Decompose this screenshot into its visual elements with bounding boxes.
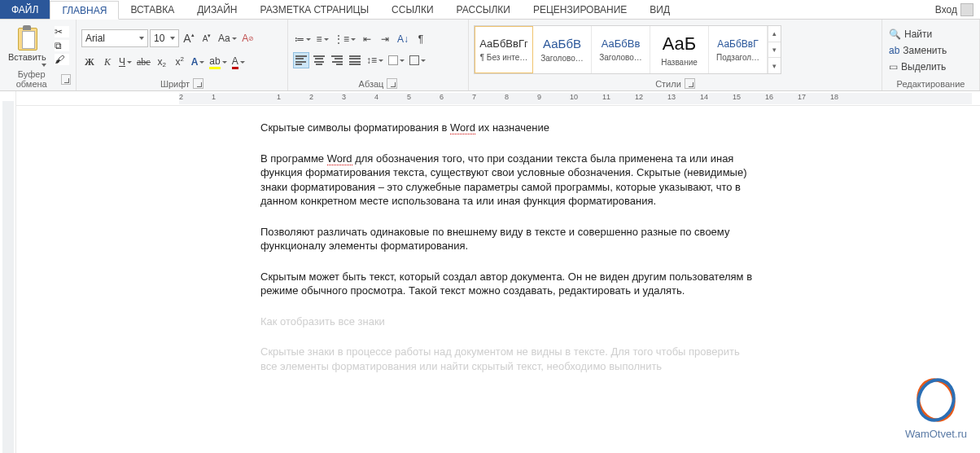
highlight-button[interactable]: ab (208, 54, 228, 70)
tab-mailings[interactable]: РАССЫЛКИ (445, 0, 522, 19)
style-preview: АаБбВв (602, 37, 641, 50)
superscript-button[interactable]: x2 (172, 54, 188, 70)
tab-insert[interactable]: ВСТАВКА (119, 0, 186, 19)
decrease-indent-button[interactable]: ⇤ (359, 31, 375, 47)
style-title[interactable]: АаБ Название (650, 26, 709, 73)
text-effects-button[interactable]: A (190, 54, 207, 70)
shrink-font-button[interactable]: A▾ (199, 30, 215, 46)
login-link[interactable]: Вход (929, 0, 980, 19)
replace-icon: ab (889, 45, 899, 56)
group-styles-label: Стили (655, 79, 681, 89)
align-center-button[interactable] (311, 52, 327, 68)
cut-button[interactable]: ✂ (55, 26, 69, 37)
dialog-launcher-icon[interactable] (387, 78, 397, 89)
group-editing-label: Редактирование (897, 79, 965, 89)
group-clipboard-label: Буфер обмена (5, 69, 58, 89)
tab-view[interactable]: ВИД (638, 0, 681, 19)
styles-expand[interactable]: ▾ (768, 58, 781, 73)
borders-button[interactable] (408, 52, 427, 68)
doc-title: Скрытые символы форматирования в Word их… (260, 121, 757, 135)
style-name: Подзагол… (709, 53, 767, 62)
select-button[interactable]: ▭Выделить (887, 60, 951, 73)
justify-button[interactable] (347, 52, 363, 68)
bold-button[interactable]: Ж (81, 54, 98, 70)
bullets-button[interactable]: ≔ (293, 31, 313, 47)
group-paragraph: ≔ ≡ ⋮≡ ⇤ ⇥ A↓ ¶ ↕≡ Абзац (288, 20, 469, 90)
underline-button[interactable]: Ч (117, 54, 133, 70)
tab-home[interactable]: ГЛАВНАЯ (50, 1, 119, 20)
sort-button[interactable]: A↓ (395, 31, 411, 47)
style-name: Название (650, 58, 708, 67)
change-case-button[interactable]: Aa (217, 30, 238, 46)
login-label: Вход (935, 4, 957, 15)
styles-scroll-up[interactable]: ▴ (768, 26, 781, 42)
tab-references[interactable]: ССЫЛКИ (380, 0, 444, 19)
style-preview: АаБбВвГг (479, 37, 527, 50)
style-heading1[interactable]: АаБбВ Заголово… (533, 26, 592, 73)
ribbon: Вставить ✂ ⧉ 🖌 Буфер обмена Arial 10 A▴ … (0, 20, 980, 91)
styles-gallery: АаБбВвГг ¶ Без инте… АаБбВ Заголово… АаБ… (474, 25, 781, 74)
font-size-select[interactable]: 10 (150, 29, 179, 47)
multilevel-button[interactable]: ⋮≡ (332, 31, 357, 47)
paste-icon (15, 24, 38, 51)
shading-button[interactable] (387, 52, 406, 68)
group-font: Arial 10 A▴ A▾ Aa A⊘ Ж К Ч abc x2 x2 A a… (77, 20, 288, 90)
chevron-down-icon (42, 64, 46, 67)
tab-page-layout[interactable]: РАЗМЕТКА СТРАНИЦЫ (249, 0, 381, 19)
watermark-text: WamOtvet.ru (905, 428, 967, 440)
increase-indent-button[interactable]: ⇥ (377, 31, 393, 47)
dialog-launcher-icon[interactable] (193, 78, 203, 89)
menu-tabs: ФАЙЛ ГЛАВНАЯ ВСТАВКА ДИЗАЙН РАЗМЕТКА СТР… (0, 0, 980, 20)
page-scroll[interactable]: Скрытые символы форматирования в Word их… (16, 106, 980, 453)
doc-paragraph: Позволяют различать одинаковые по внешне… (260, 225, 757, 253)
document-area: 21123456789101112131415161718 Скрытые си… (0, 91, 980, 453)
dialog-launcher-icon[interactable] (61, 74, 71, 85)
tab-review[interactable]: РЕЦЕНЗИРОВАНИЕ (522, 0, 638, 19)
grow-font-button[interactable]: A▴ (181, 30, 197, 46)
paste-button[interactable]: Вставить (5, 23, 50, 68)
group-styles: АаБбВвГг ¶ Без инте… АаБбВ Заголово… АаБ… (469, 20, 882, 90)
clear-format-button[interactable]: A⊘ (240, 30, 256, 46)
numbering-button[interactable]: ≡ (314, 31, 330, 47)
document-page[interactable]: Скрытые символы форматирования в Word их… (179, 112, 847, 453)
italic-button[interactable]: К (99, 54, 116, 70)
style-preview: АаБбВвГ (717, 38, 758, 50)
style-name: Заголово… (533, 54, 591, 63)
style-heading2[interactable]: АаБбВв Заголово… (592, 26, 650, 73)
line-spacing-button[interactable]: ↕≡ (365, 52, 385, 68)
vertical-ruler (0, 91, 16, 453)
strike-button[interactable]: abc (135, 54, 152, 70)
tab-file[interactable]: ФАЙЛ (0, 0, 50, 19)
align-left-button[interactable] (293, 52, 309, 68)
user-icon (960, 3, 973, 16)
align-right-button[interactable] (329, 52, 345, 68)
doc-paragraph: Скрытым может быть текст, который создал… (260, 270, 757, 298)
copy-button[interactable]: ⧉ (55, 40, 69, 51)
group-editing: 🔍Найти abЗаменить ▭Выделить Редактирован… (882, 20, 980, 90)
style-subtitle[interactable]: АаБбВвГ Подзагол… (709, 26, 768, 73)
styles-scroll-down[interactable]: ▾ (768, 42, 781, 59)
style-name: ¶ Без инте… (475, 53, 532, 62)
show-marks-button[interactable]: ¶ (413, 31, 429, 47)
doc-paragraph: Скрытые знаки в процессе работы над доку… (260, 345, 757, 373)
font-name-select[interactable]: Arial (81, 29, 148, 47)
tab-design[interactable]: ДИЗАЙН (186, 0, 248, 19)
watermark: WamOtvet.ru (905, 376, 967, 440)
find-button[interactable]: 🔍Найти (887, 28, 951, 41)
group-paragraph-label: Абзац (359, 79, 384, 89)
style-preview: АаБбВ (543, 37, 581, 51)
subscript-button[interactable]: x2 (154, 54, 170, 70)
style-preview: АаБ (663, 33, 697, 55)
dialog-launcher-icon[interactable] (685, 78, 695, 89)
watermark-icon (912, 376, 960, 424)
replace-button[interactable]: abЗаменить (887, 44, 951, 57)
doc-paragraph: Как отобразить все знаки (260, 314, 757, 329)
svg-point-1 (912, 376, 959, 424)
style-name: Заголово… (592, 53, 650, 62)
format-painter-button[interactable]: 🖌 (55, 54, 69, 65)
horizontal-ruler: 21123456789101112131415161718 (16, 91, 980, 106)
font-color-button[interactable]: A (230, 54, 247, 70)
style-normal[interactable]: АаБбВвГг ¶ Без инте… (475, 26, 533, 73)
group-font-label: Шрифт (160, 79, 190, 89)
group-clipboard: Вставить ✂ ⧉ 🖌 Буфер обмена (0, 20, 77, 90)
